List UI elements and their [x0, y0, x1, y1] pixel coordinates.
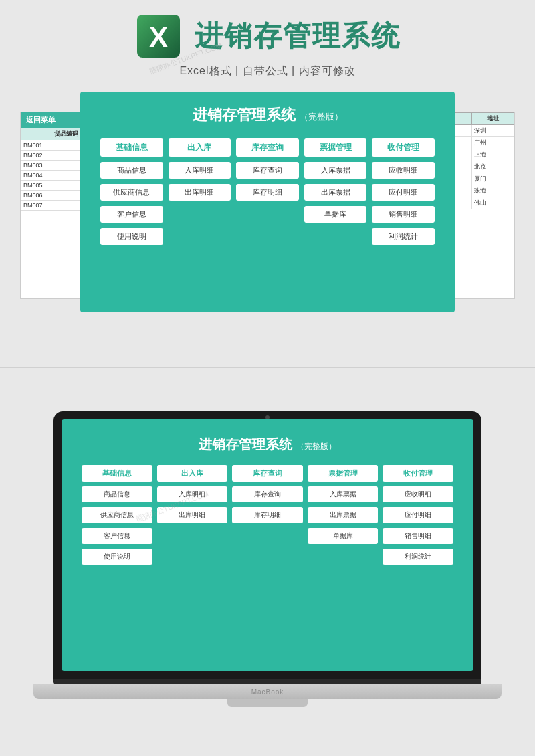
menu-item[interactable]: 库存明细	[236, 184, 299, 201]
menu-section-header[interactable]: 基础信息	[82, 465, 152, 482]
menu-section-header[interactable]: 收付管理	[372, 138, 435, 157]
menu-empty-cell	[304, 228, 367, 245]
header-area: X 进销存管理系统	[134, 12, 401, 60]
menu-item[interactable]: 应付明细	[383, 507, 453, 523]
laptop-stand	[227, 699, 308, 707]
laptop: 进销存管理系统 （完整版） 基础信息出入库库存查询票据管理收付管理商品信息入库明…	[40, 411, 495, 719]
menu-item[interactable]: 应收明细	[383, 486, 453, 502]
menu-section-header[interactable]: 出入库	[169, 138, 231, 157]
main-card-complete: （完整版）	[300, 111, 343, 123]
excel-logo: X	[134, 12, 183, 60]
menu-item[interactable]: 出库明细	[157, 507, 228, 523]
menu-item[interactable]: 客户信息	[82, 528, 152, 544]
laptop-subtitle: （完整版）	[296, 441, 336, 452]
menu-section-header[interactable]: 库存查询	[236, 138, 299, 157]
menu-empty-cell	[157, 528, 228, 544]
menu-item[interactable]: 利润统计	[383, 549, 453, 565]
menu-empty-cell	[169, 206, 231, 223]
menu-item[interactable]: 入库票据	[308, 486, 379, 502]
menu-empty-cell	[232, 528, 303, 544]
laptop-brand-label: MacBook	[251, 688, 284, 696]
top-card-menu: 基础信息出入库库存查询票据管理收付管理商品信息入库明细库存查询入库票据应收明细供…	[100, 138, 435, 245]
cards-container: 返回菜单 货品编码 货 BM001HPBM002HPBM003HPBM004HP…	[40, 92, 495, 326]
menu-item[interactable]: 入库票据	[304, 162, 367, 179]
menu-item[interactable]: 销售明细	[372, 206, 435, 223]
main-card: 进销存管理系统 （完整版） 基础信息出入库库存查询票据管理收付管理商品信息入库明…	[80, 92, 455, 312]
menu-item[interactable]: 利润统计	[372, 228, 435, 245]
menu-item[interactable]: 使用说明	[100, 228, 163, 245]
menu-item[interactable]: 商品信息	[82, 486, 152, 502]
menu-section-header[interactable]: 基础信息	[100, 138, 163, 157]
menu-empty-cell	[236, 206, 299, 223]
top-section: X 进销存管理系统 Excel格式 | 自带公式 | 内容可修改 返回菜单 货品…	[0, 0, 535, 361]
menu-section-header[interactable]: 收付管理	[383, 465, 453, 482]
menu-item[interactable]: 出库明细	[169, 184, 231, 201]
svg-text:X: X	[149, 21, 168, 53]
col-header-addr: 地址	[471, 113, 514, 125]
camera-dot	[265, 415, 270, 419]
menu-item[interactable]: 单据库	[304, 206, 367, 223]
laptop-screen: 进销存管理系统 （完整版） 基础信息出入库库存查询票据管理收付管理商品信息入库明…	[62, 419, 473, 671]
laptop-menu: 基础信息出入库库存查询票据管理收付管理商品信息入库明细库存查询入库票据应收明细供…	[82, 465, 453, 565]
main-card-title: 进销存管理系统	[193, 105, 296, 125]
menu-item[interactable]: 供应商信息	[82, 507, 152, 523]
menu-empty-cell	[169, 228, 231, 245]
laptop-base: MacBook	[33, 684, 502, 699]
menu-item[interactable]: 出库票据	[304, 184, 367, 201]
app-title: 进销存管理系统	[195, 17, 401, 55]
menu-empty-cell	[308, 549, 379, 565]
menu-item[interactable]: 使用说明	[82, 549, 152, 565]
menu-item[interactable]: 入库明细	[157, 486, 228, 502]
app-subtitle: Excel格式 | 自带公式 | 内容可修改	[179, 64, 355, 78]
menu-item[interactable]: 供应商信息	[100, 184, 163, 201]
menu-section-header[interactable]: 票据管理	[304, 138, 367, 157]
section-divider	[0, 367, 535, 368]
menu-section-header[interactable]: 出入库	[157, 465, 228, 482]
bottom-section: 进销存管理系统 （完整版） 基础信息出入库库存查询票据管理收付管理商品信息入库明…	[0, 375, 535, 756]
menu-item[interactable]: 客户信息	[100, 206, 163, 223]
menu-item[interactable]: 单据库	[308, 528, 379, 544]
menu-item[interactable]: 库存查询	[236, 162, 299, 179]
menu-item[interactable]: 应付明细	[372, 184, 435, 201]
menu-empty-cell	[236, 228, 299, 245]
menu-item[interactable]: 商品信息	[100, 162, 163, 179]
laptop-screen-frame: 进销存管理系统 （完整版） 基础信息出入库库存查询票据管理收付管理商品信息入库明…	[54, 411, 481, 679]
table-cell: 珠海	[471, 185, 514, 197]
table-cell: 广州	[471, 137, 514, 149]
menu-item[interactable]: 应收明细	[372, 162, 435, 179]
menu-item[interactable]: 库存查询	[232, 486, 303, 502]
menu-empty-cell	[232, 549, 303, 565]
laptop-notch	[54, 679, 481, 684]
menu-item[interactable]: 出库票据	[308, 507, 379, 523]
menu-section-header[interactable]: 库存查询	[232, 465, 303, 482]
table-cell: 厦门	[471, 173, 514, 185]
menu-section-header[interactable]: 票据管理	[308, 465, 379, 482]
table-cell: 北京	[471, 161, 514, 173]
menu-item[interactable]: 库存明细	[232, 507, 303, 523]
menu-item[interactable]: 销售明细	[383, 528, 453, 544]
table-cell: 上海	[471, 149, 514, 161]
laptop-title: 进销存管理系统	[199, 436, 292, 454]
menu-empty-cell	[157, 549, 228, 565]
menu-item[interactable]: 入库明细	[169, 162, 231, 179]
table-cell: 深圳	[471, 125, 514, 137]
table-cell: 佛山	[471, 197, 514, 209]
